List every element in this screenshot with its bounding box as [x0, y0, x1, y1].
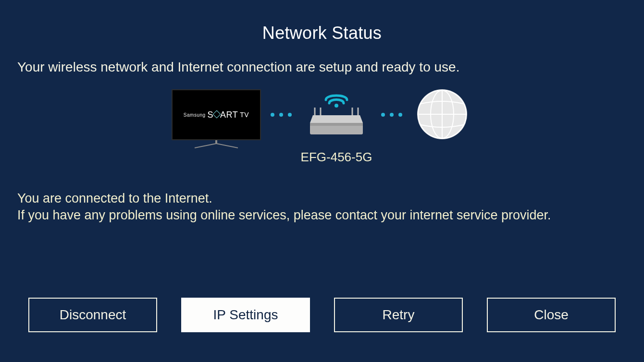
- ip-settings-button[interactable]: IP Settings: [181, 298, 310, 332]
- tv-brand-suffix: TV: [240, 111, 249, 119]
- connection-diagram: Samsung SART TV: [0, 89, 644, 171]
- globe-node: [411, 89, 473, 140]
- tv-brand-prefix: Samsung: [184, 112, 206, 118]
- tv-stand-icon: [187, 140, 245, 148]
- status-line-2: If you have any problems using online se…: [17, 207, 627, 224]
- connection-dots-left: [262, 89, 300, 140]
- dot-icon: [288, 113, 292, 117]
- retry-button[interactable]: Retry: [334, 298, 463, 332]
- tv-brand-art: ART: [220, 110, 238, 120]
- dot-icon: [390, 113, 394, 117]
- button-row: Disconnect IP Settings Retry Close: [0, 298, 644, 332]
- tv-brand-s: S: [208, 110, 214, 120]
- router-node: EFG-456-5G: [300, 89, 372, 165]
- dot-icon: [271, 113, 274, 117]
- svg-line-1: [195, 144, 216, 148]
- dot-icon: [279, 113, 283, 117]
- tv-icon: Samsung SART TV: [172, 89, 261, 140]
- status-line-1: You are connected to the Internet.: [17, 190, 627, 207]
- wifi-icon: [323, 89, 350, 109]
- dot-icon: [398, 113, 402, 117]
- status-message: You are connected to the Internet. If yo…: [0, 171, 644, 223]
- globe-icon: [417, 89, 467, 139]
- page-title: Network Status: [0, 0, 644, 43]
- connection-dots-right: [372, 89, 411, 140]
- status-subtitle: Your wireless network and Internet conne…: [0, 43, 644, 75]
- disconnect-button[interactable]: Disconnect: [28, 298, 157, 332]
- dot-icon: [381, 113, 385, 117]
- network-ssid: EFG-456-5G: [301, 150, 372, 165]
- tv-brand-main: SART TV: [208, 110, 249, 120]
- svg-line-2: [216, 144, 238, 148]
- tv-node: Samsung SART TV: [171, 89, 262, 148]
- close-button[interactable]: Close: [487, 298, 616, 332]
- svg-rect-9: [310, 123, 363, 126]
- diamond-icon: [213, 110, 221, 119]
- router-icon: [305, 107, 368, 136]
